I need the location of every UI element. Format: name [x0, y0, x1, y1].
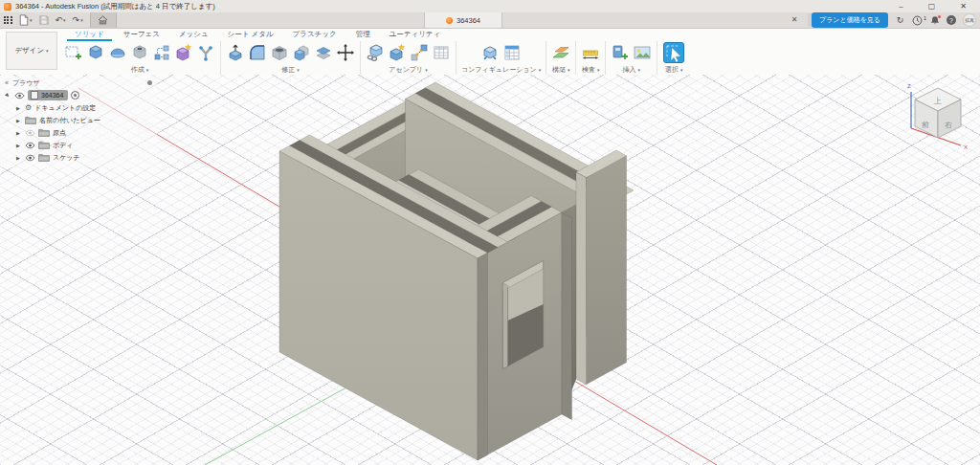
sync-icon: ↻ [897, 15, 904, 25]
hole-icon[interactable] [130, 43, 149, 62]
browser-options-icon[interactable] [147, 80, 152, 85]
minimize-button[interactable]: – [899, 2, 902, 11]
browser-item-sketches[interactable]: ▶ スケッチ [0, 151, 157, 164]
select-tool-icon[interactable] [662, 41, 685, 64]
group-modify-dropdown[interactable]: 修正▾ [281, 64, 300, 75]
eye-icon[interactable] [25, 142, 35, 149]
tab-utilities[interactable]: ユーティリティ [382, 29, 449, 41]
x-axis-label: X [964, 144, 968, 150]
browser-item-origin[interactable]: ▶ 原点 [0, 126, 157, 139]
eye-icon[interactable] [25, 154, 35, 162]
home-icon [98, 15, 108, 25]
expander-icon[interactable]: ▶ [5, 91, 12, 99]
offset-face-icon[interactable] [314, 43, 333, 62]
group-create-dropdown[interactable]: 作成▾ [131, 64, 149, 75]
browser-item-named-views[interactable]: ▶ 名前の付いたビュー [0, 114, 157, 126]
plans-pricing-button[interactable]: プランと価格を見る [812, 12, 888, 28]
title-bar: 364364 - Autodesk Fusion (試用期間はあと 4 日で終了… [0, 0, 980, 13]
configuration-table-icon[interactable] [502, 43, 522, 62]
create-form-icon[interactable] [174, 43, 193, 62]
viewport-canvas[interactable]: « ブラウザ ▶ 364364 ▶ ⚙ ドキュメントの設定 ▶ 名前の付いたビュ… [0, 75, 980, 465]
tab-sheet-metal[interactable]: シート メタル [220, 29, 281, 41]
press-pull-icon[interactable] [226, 43, 245, 62]
svg-text:右: 右 [945, 121, 952, 129]
move-copy-icon[interactable] [336, 43, 355, 62]
undo-button[interactable]: ↶▾ [56, 16, 66, 25]
eye-off-icon[interactable] [25, 129, 35, 137]
fusion-window: 364364 - Autodesk Fusion (試用期間はあと 4 日で終了… [0, 0, 980, 465]
pattern-icon[interactable] [152, 43, 171, 62]
bom-table-icon[interactable] [432, 43, 451, 62]
eye-icon[interactable] [14, 92, 25, 100]
browser-collapse-icon[interactable]: « [5, 79, 9, 86]
group-inspect-dropdown[interactable]: 検査▾ [582, 64, 600, 75]
user-avatar[interactable]: 拡真 [963, 13, 976, 27]
svg-text:前: 前 [922, 121, 929, 129]
extrude-icon[interactable] [86, 43, 105, 62]
group-configure: コンフィギュレーション▾ [457, 41, 546, 75]
document-tab[interactable]: 364364 [424, 12, 502, 28]
group-create: 作成▾ [59, 41, 221, 75]
tab-mesh[interactable]: メッシュ [171, 29, 216, 41]
browser-item-bodies[interactable]: ▶ ボディ [0, 139, 157, 151]
notifications-button[interactable] [929, 15, 940, 26]
viewcube[interactable]: Z X 上 前 右 [902, 78, 974, 151]
browser-root-row[interactable]: ▶ 364364 [0, 89, 157, 101]
group-insert-dropdown[interactable]: 挿入▾ [622, 64, 640, 75]
expander-icon[interactable]: ▶ [16, 143, 22, 148]
gear-icon: ⚙ [25, 104, 32, 112]
close-button[interactable]: ✕ [960, 2, 967, 11]
help-button[interactable]: ? [947, 15, 956, 25]
tab-surface[interactable]: サーフェス [116, 29, 167, 41]
tab-solid[interactable]: ソリッド [67, 29, 112, 41]
group-configure-dropdown[interactable]: コンフィギュレーション▾ [461, 64, 541, 75]
shell-icon[interactable] [270, 43, 289, 62]
construction-plane-icon[interactable] [551, 43, 570, 62]
tab-manage[interactable]: 管理 [348, 29, 378, 41]
help-icon: ? [949, 17, 953, 24]
root-component[interactable]: 364364 [28, 90, 68, 100]
ribbon: デザイン▾ ソリッド サーフェス メッシュ シート メタル プラスチック 管理 … [0, 29, 980, 76]
component-star-icon[interactable] [388, 43, 407, 62]
group-select-dropdown[interactable]: 選択▾ [665, 64, 683, 75]
job-status-button[interactable]: 1 [912, 15, 923, 26]
group-assemble: アセンブリ▾ [361, 41, 457, 75]
measure-icon[interactable] [581, 43, 600, 62]
clock-icon [912, 15, 923, 26]
insert-canvas-icon[interactable] [633, 43, 652, 62]
redo-button[interactable]: ↷▾ [73, 16, 83, 25]
new-component-icon[interactable] [366, 43, 385, 62]
tab-plastic[interactable]: プラスチック [285, 29, 345, 41]
combine-icon[interactable] [292, 43, 311, 62]
model-body[interactable] [279, 82, 634, 460]
configure-icon[interactable] [480, 43, 500, 62]
activate-component-radio[interactable] [71, 91, 79, 100]
joint-icon[interactable] [410, 43, 429, 62]
expander-icon[interactable]: ▶ [16, 118, 22, 123]
sync-status-button[interactable]: ↻ [895, 15, 905, 26]
browser-title: ブラウザ [12, 78, 40, 88]
app-grid-button[interactable] [4, 16, 12, 25]
expander-icon[interactable]: ▶ [16, 130, 22, 136]
ribbon-groups: 作成▾ 修正▾ アセ [59, 41, 690, 75]
home-tab[interactable] [90, 12, 117, 28]
group-assemble-dropdown[interactable]: アセンブリ▾ [389, 64, 427, 75]
workspace-selector[interactable]: デザイン▾ [6, 32, 57, 70]
group-modify: 修正▾ [221, 41, 361, 75]
save-button[interactable] [39, 15, 49, 25]
group-insert: 挿入▾ [606, 41, 657, 75]
pipe-icon[interactable] [196, 43, 215, 62]
revolve-icon[interactable] [108, 43, 127, 62]
expander-icon[interactable]: ▶ [16, 105, 22, 111]
maximize-button[interactable]: ▢ [928, 2, 936, 11]
expander-icon[interactable]: ▶ [16, 155, 22, 161]
create-sketch-icon[interactable] [64, 43, 83, 62]
insert-derive-icon[interactable] [611, 43, 630, 62]
close-tab-button[interactable]: ✕ [789, 14, 800, 26]
file-icon [19, 14, 29, 26]
group-select: 選択▾ [657, 41, 690, 75]
fillet-icon[interactable] [248, 43, 267, 62]
browser-item-document-settings[interactable]: ▶ ⚙ ドキュメントの設定 [0, 101, 157, 114]
file-menu-button[interactable]: ▾ [19, 14, 33, 26]
group-construct-dropdown[interactable]: 構築▾ [552, 64, 570, 75]
